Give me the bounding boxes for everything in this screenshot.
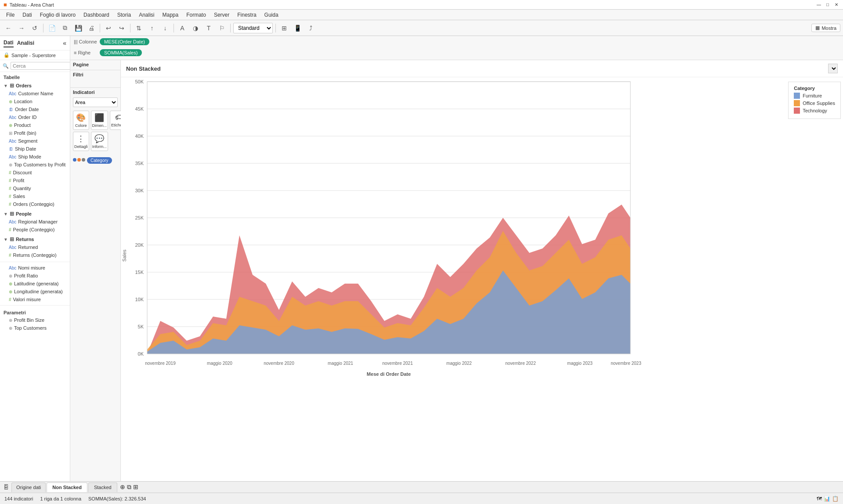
refresh-button[interactable]: ↺ xyxy=(29,22,40,34)
menu-dati[interactable]: Dati xyxy=(19,11,35,19)
menu-analisi[interactable]: Analisi xyxy=(135,11,158,19)
field-nomi-misure[interactable]: Abc Nomi misure xyxy=(0,264,70,272)
field-profit[interactable]: # Profit xyxy=(0,176,70,184)
columns-pill[interactable]: MESE(Order Date) xyxy=(100,38,149,45)
status-table-icon[interactable]: 📋 xyxy=(832,496,839,502)
menu-guida[interactable]: Guida xyxy=(261,11,282,19)
sort-desc[interactable]: ↓ xyxy=(159,22,171,34)
field-people-count[interactable]: # People (Conteggio) xyxy=(0,226,70,234)
field-profit-bin-size[interactable]: ⊕ Profit Bin Size xyxy=(0,316,70,324)
field-top-customers-param[interactable]: ⊕ Top Customers xyxy=(0,324,70,332)
tooltip-btn[interactable]: ⚐ xyxy=(216,22,228,34)
field-label: Order ID xyxy=(18,115,36,120)
swap-rows-cols[interactable]: ⇅ xyxy=(133,22,145,34)
menu-dashboard[interactable]: Dashboard xyxy=(80,11,113,19)
maximize-button[interactable]: □ xyxy=(825,2,831,8)
forward-button[interactable]: → xyxy=(16,22,27,34)
marks-tooltip[interactable]: 💬 Inform... xyxy=(91,132,109,151)
field-order-id[interactable]: Abc Order ID xyxy=(0,113,70,121)
category-pill[interactable]: Category xyxy=(87,157,112,164)
print-btn[interactable]: 🖨 xyxy=(86,22,97,34)
menubar: File Dati Foglio di lavoro Dashboard Sto… xyxy=(0,10,843,20)
viz-dropdown[interactable] xyxy=(828,64,838,73)
field-profit-ratio[interactable]: ⊕ Profit Ratio xyxy=(0,272,70,280)
panel-close-button[interactable]: « xyxy=(63,40,66,47)
duplicate-sheet[interactable]: ⧉ xyxy=(59,22,71,34)
sort-asc[interactable]: ↑ xyxy=(146,22,158,34)
svg-text:0K: 0K xyxy=(138,351,144,356)
menu-mappa[interactable]: Mappa xyxy=(159,11,182,19)
filters-label: Filtri xyxy=(73,72,118,77)
text-btn[interactable]: T xyxy=(203,22,214,34)
marks-detail[interactable]: ⋮ Dettagli xyxy=(73,132,89,151)
tab-source[interactable]: Origine dati xyxy=(11,482,46,492)
field-quantity[interactable]: # Quantity xyxy=(0,184,70,192)
field-orders-count[interactable]: # Orders (Conteggio) xyxy=(0,200,70,208)
field-product[interactable]: ⊕ Product xyxy=(0,121,70,129)
field-label: Regional Manager xyxy=(18,219,58,224)
field-regional-manager[interactable]: Abc Regional Manager xyxy=(0,218,70,226)
status-map-icon[interactable]: 🗺 xyxy=(817,496,822,502)
menu-foglio[interactable]: Foglio di lavoro xyxy=(36,11,79,19)
marks-size[interactable]: ⬛ Dimen... xyxy=(91,111,109,130)
back-button[interactable]: ← xyxy=(3,22,14,34)
minimize-button[interactable]: — xyxy=(816,2,822,8)
highlight-btn[interactable]: ◑ xyxy=(190,22,201,34)
menu-formato[interactable]: Formato xyxy=(183,11,210,19)
field-icon-shipmode: Abc xyxy=(9,155,16,159)
field-top-customers[interactable]: ⊕ Top Customers by Profit xyxy=(0,161,70,169)
tab-non-stacked[interactable]: Non Stacked xyxy=(47,482,87,492)
field-returns-count[interactable]: # Returns (Conteggio) xyxy=(0,251,70,259)
returns-table-icon: ⊞ xyxy=(10,236,14,242)
share-btn[interactable]: ⤴ xyxy=(305,22,316,34)
marks-color[interactable]: 🎨 Colore xyxy=(73,111,89,130)
datasource-name[interactable]: Sample - Superstore xyxy=(11,53,56,58)
legend-color-furniture xyxy=(794,93,800,99)
add-sheet-icon[interactable]: ⊕ xyxy=(120,483,125,491)
standard-dropdown[interactable]: Standard xyxy=(233,23,273,33)
menu-server[interactable]: Server xyxy=(210,11,233,19)
field-returned[interactable]: Abc Returned xyxy=(0,243,70,251)
titlebar-controls[interactable]: — □ ✕ xyxy=(816,2,839,8)
field-customer-name[interactable]: Abc Customer Name xyxy=(0,90,70,97)
menu-finestra[interactable]: Finestra xyxy=(234,11,260,19)
search-input[interactable] xyxy=(11,62,70,70)
save-btn[interactable]: 💾 xyxy=(72,22,84,34)
field-ship-date[interactable]: 🗓 Ship Date xyxy=(0,145,70,153)
tables-label: Tabelle xyxy=(0,72,70,81)
marks-type-select[interactable]: Area Bar Line xyxy=(73,97,118,107)
field-location[interactable]: ⊕ Location xyxy=(0,97,70,105)
menu-file[interactable]: File xyxy=(3,11,18,19)
field-lat[interactable]: ⊕ Latitudine (generata) xyxy=(0,280,70,288)
legend-title: Category xyxy=(794,86,835,91)
svg-text:novembre 2022: novembre 2022 xyxy=(505,361,536,366)
redo-btn[interactable]: ↪ xyxy=(116,22,127,34)
mostra-button[interactable]: ▦ Mostra xyxy=(811,24,840,32)
label-btn[interactable]: A xyxy=(177,22,188,34)
field-profit-bin[interactable]: ⊞ Profit (bin) xyxy=(0,129,70,137)
field-ship-mode[interactable]: Abc Ship Mode xyxy=(0,153,70,161)
new-worksheet[interactable]: 📄 xyxy=(46,22,58,34)
field-lon[interactable]: ⊕ Longitudine (generata) xyxy=(0,288,70,295)
close-button[interactable]: ✕ xyxy=(833,2,839,8)
device-preview[interactable]: 📱 xyxy=(292,22,303,34)
tab-analisi[interactable]: Analisi xyxy=(17,39,34,47)
people-header[interactable]: ▼ ⊞ People xyxy=(0,210,70,218)
field-label: Profit Ratio xyxy=(14,273,38,278)
field-valori-misure[interactable]: # Valori misure xyxy=(0,295,70,303)
tab-stacked[interactable]: Stacked xyxy=(88,482,117,492)
field-discount[interactable]: # Discount xyxy=(0,169,70,176)
menu-storia[interactable]: Storia xyxy=(114,11,134,19)
sheet-icon-3[interactable]: ⊞ xyxy=(133,483,138,491)
sheet-icon-2[interactable]: ⧉ xyxy=(127,483,131,491)
field-order-date[interactable]: 🗓 Order Date xyxy=(0,105,70,113)
tab-dati[interactable]: Dati xyxy=(4,39,14,47)
returns-header[interactable]: ▼ ⊞ Returns xyxy=(0,235,70,243)
viz-grid[interactable]: ⊞ xyxy=(279,22,290,34)
rows-pill[interactable]: SOMMA(Sales) xyxy=(100,49,142,56)
field-sales[interactable]: # Sales xyxy=(0,192,70,200)
undo-btn[interactable]: ↩ xyxy=(103,22,114,34)
field-segment[interactable]: Abc Segment xyxy=(0,137,70,145)
orders-header[interactable]: ▼ ⊞ Orders xyxy=(0,82,70,90)
status-chart-icon[interactable]: 📊 xyxy=(824,496,830,502)
